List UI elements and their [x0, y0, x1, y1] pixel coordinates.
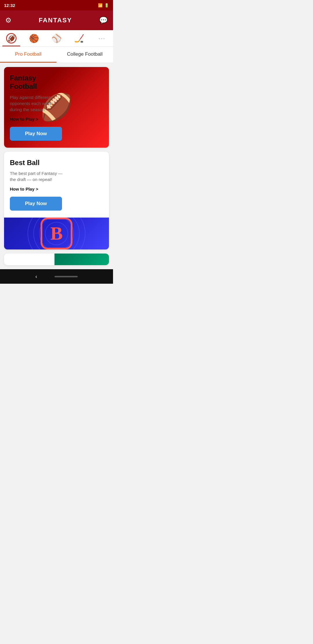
sub-tab-pro-football[interactable]: Pro Football	[0, 47, 57, 63]
fantasy-football-how-to-play[interactable]: How to Play >	[10, 117, 63, 122]
sport-tab-more[interactable]: ···	[90, 34, 113, 46]
cards-container: Fantasy Football Play against different …	[0, 63, 113, 265]
settings-icon[interactable]: ⚙	[5, 16, 12, 24]
baseball-icon: ⚾	[52, 34, 62, 43]
bottom-nav: ‹	[0, 269, 113, 284]
sub-tab-college-football[interactable]: College Football	[57, 47, 113, 63]
back-button[interactable]: ‹	[35, 274, 37, 280]
app-header: ⚙ FANTASY 💬	[0, 10, 113, 30]
best-ball-b-letter: B	[50, 223, 63, 244]
sport-tabs: 🏀 ⚾ 🏒 ···	[0, 30, 113, 47]
best-ball-title: Best Ball	[10, 159, 63, 167]
sport-tab-football[interactable]	[0, 33, 23, 46]
hockey-icon: 🏒	[74, 34, 84, 43]
basketball-icon: 🏀	[29, 34, 39, 43]
home-indicator[interactable]	[54, 276, 78, 277]
message-icon[interactable]: 💬	[99, 16, 108, 24]
fantasy-football-title: Fantasy Football	[10, 74, 63, 91]
best-ball-card-content: Best Ball The best part of Fantasy — the…	[4, 152, 69, 218]
fantasy-football-card: Fantasy Football Play against different …	[4, 67, 109, 148]
sub-tabs: Pro Football College Football	[0, 47, 113, 63]
signal-icon: 📶	[98, 3, 103, 8]
best-ball-how-to-play[interactable]: How to Play >	[10, 187, 63, 191]
best-ball-desc: The best part of Fantasy — the draft — o…	[10, 170, 63, 182]
fantasy-football-card-content: Fantasy Football Play against different …	[4, 67, 69, 148]
more-icon: ···	[98, 34, 105, 43]
status-bar: 12:32 📶 🔋	[0, 0, 113, 10]
fantasy-football-desc: Play against different opponents each we…	[10, 94, 63, 113]
third-card-image-partial	[54, 254, 109, 265]
best-ball-card: Best Ball The best part of Fantasy — the…	[4, 152, 109, 250]
sport-tab-hockey[interactable]: 🏒	[68, 34, 90, 46]
best-ball-play-now-button[interactable]: Play Now	[10, 197, 62, 211]
third-card-partial	[4, 254, 109, 265]
battery-icon: 🔋	[104, 3, 109, 8]
fantasy-football-play-now-button[interactable]: Play Now	[10, 127, 62, 141]
football-icon	[6, 33, 17, 44]
sport-tab-baseball[interactable]: ⚾	[45, 34, 68, 46]
status-time: 12:32	[4, 3, 15, 8]
sport-tab-basketball[interactable]: 🏀	[23, 34, 45, 46]
best-ball-logo: B	[41, 218, 72, 249]
best-ball-image: B	[4, 218, 109, 249]
status-icons: 📶 🔋	[98, 3, 109, 8]
app-title: FANTASY	[39, 17, 72, 24]
